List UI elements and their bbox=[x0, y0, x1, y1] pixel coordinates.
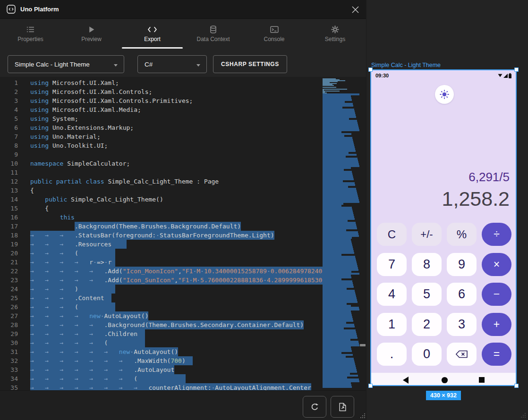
nav-recents-icon[interactable] bbox=[476, 373, 488, 385]
code-line: 11 bbox=[0, 168, 323, 177]
calc-result: 1,258.2 bbox=[442, 187, 510, 210]
calc-button-1[interactable]: 1 bbox=[377, 313, 407, 336]
nav-home-icon[interactable] bbox=[438, 373, 451, 385]
calc-button-7[interactable]: 7 bbox=[377, 253, 407, 276]
calc-button-9[interactable]: 9 bbox=[447, 253, 477, 276]
line-number: 30 bbox=[0, 338, 18, 347]
selection-handle[interactable] bbox=[514, 384, 519, 388]
line-number: 12 bbox=[0, 177, 18, 186]
uno-platform-window: Uno Platform PropertiesPreviewExportData… bbox=[0, 0, 366, 420]
title-bar: Uno Platform bbox=[0, 0, 366, 19]
phone-status-bar: 09:30 bbox=[371, 70, 516, 81]
project-select[interactable]: Simple Calc - Light Theme bbox=[8, 55, 124, 73]
preview-icon bbox=[87, 25, 95, 34]
line-number: 32 bbox=[0, 356, 18, 365]
line-number: 7 bbox=[0, 132, 18, 141]
code-line: 26→ → → ( bbox=[0, 302, 323, 311]
refresh-button[interactable] bbox=[303, 396, 326, 418]
code-line: 5using System; bbox=[0, 114, 323, 123]
tab-settings[interactable]: Settings bbox=[305, 19, 366, 49]
console-icon bbox=[270, 25, 279, 34]
code-line: 28→ → → → → .Background(Theme.Brushes.Se… bbox=[0, 320, 323, 329]
settings-icon bbox=[331, 25, 339, 34]
calc-button-backspace[interactable] bbox=[447, 343, 477, 366]
tab-properties[interactable]: Properties bbox=[0, 19, 61, 49]
line-number: 16 bbox=[0, 213, 18, 222]
selection-handle[interactable] bbox=[368, 67, 373, 72]
signal-icon bbox=[503, 74, 508, 78]
calc-button-.[interactable]: . bbox=[377, 343, 407, 366]
line-number: 14 bbox=[0, 195, 18, 204]
calc-button-+/-[interactable]: +/- bbox=[412, 223, 442, 246]
app-root: Uno Platform PropertiesPreviewExportData… bbox=[0, 0, 528, 420]
selection-handle[interactable] bbox=[514, 67, 519, 72]
csharp-settings-button[interactable]: CSHARP SETTINGS bbox=[213, 55, 287, 73]
tab-export[interactable]: Export bbox=[122, 19, 183, 49]
code-line: 24→ → → ) bbox=[0, 285, 323, 294]
calc-button-2[interactable]: 2 bbox=[412, 313, 442, 336]
calc-button-0[interactable]: 0 bbox=[412, 343, 442, 366]
resize-grip-icon[interactable] bbox=[520, 412, 527, 419]
code-line: 2using Microsoft.UI.Xaml.Controls; bbox=[0, 87, 323, 96]
line-number: 29 bbox=[0, 329, 18, 338]
calc-button-%[interactable]: % bbox=[447, 223, 477, 246]
editor-scrollbar[interactable] bbox=[359, 77, 366, 390]
calc-button-+[interactable]: + bbox=[482, 313, 511, 336]
minimap[interactable] bbox=[323, 77, 359, 390]
line-number: 27 bbox=[0, 311, 18, 320]
nav-back-icon[interactable] bbox=[400, 373, 412, 385]
calc-button-4[interactable]: 4 bbox=[377, 283, 407, 306]
line-number: 22 bbox=[0, 267, 18, 276]
line-number: 35 bbox=[0, 383, 18, 390]
export-file-button[interactable] bbox=[331, 396, 354, 418]
calc-button-=[interactable]: = bbox=[482, 343, 511, 366]
tab-preview[interactable]: Preview bbox=[61, 19, 122, 49]
code-line: 13{ bbox=[0, 186, 323, 195]
selection-handle[interactable] bbox=[368, 384, 373, 388]
line-number: 10 bbox=[0, 159, 18, 168]
sun-icon bbox=[439, 89, 450, 100]
code-lines[interactable]: 1using Microsoft.UI.Xaml;2using Microsof… bbox=[0, 77, 323, 390]
code-line: 29→ → → → → .Children bbox=[0, 329, 323, 338]
calc-expression: 6,291/5 bbox=[442, 170, 510, 185]
close-icon[interactable] bbox=[351, 6, 359, 14]
backspace-icon bbox=[455, 350, 468, 358]
canvas-label[interactable]: Simple Calc - Light Theme bbox=[371, 62, 441, 68]
calc-button-C[interactable]: C bbox=[377, 223, 407, 246]
project-select-value: Simple Calc - Light Theme bbox=[15, 61, 90, 68]
calc-button-5[interactable]: 5 bbox=[412, 283, 442, 306]
status-time: 09:30 bbox=[375, 73, 389, 78]
line-number: 23 bbox=[0, 276, 18, 285]
line-number: 1 bbox=[0, 78, 18, 87]
line-number: 33 bbox=[0, 365, 18, 374]
editor-footer bbox=[0, 390, 366, 420]
language-select[interactable]: C# bbox=[137, 55, 207, 73]
line-number: 13 bbox=[0, 186, 18, 195]
line-number: 4 bbox=[0, 105, 18, 114]
calc-button-6[interactable]: 6 bbox=[447, 283, 477, 306]
code-line: 32→ → → → → → → .MaxWidth(700) bbox=[0, 356, 323, 365]
calc-button-8[interactable]: 8 bbox=[412, 253, 442, 276]
calc-button-÷[interactable]: ÷ bbox=[482, 223, 511, 246]
code-line: 27→ → → → new·AutoLayout() bbox=[0, 311, 323, 320]
code-line: 35→ → → → → → → → counterAlignment:·Auto… bbox=[0, 383, 323, 390]
toolbar: Simple Calc - Light Theme C# CSHARP SETT… bbox=[0, 49, 366, 77]
resize-grip-icon[interactable] bbox=[359, 412, 366, 419]
theme-toggle-button[interactable] bbox=[435, 85, 454, 104]
tab-label: Export bbox=[144, 36, 161, 42]
code-line: 6using Uno.Extensions.Markup; bbox=[0, 123, 323, 132]
data-context-icon bbox=[209, 25, 217, 34]
calc-button-×[interactable]: × bbox=[482, 253, 511, 276]
properties-icon bbox=[26, 25, 34, 34]
calc-button-3[interactable]: 3 bbox=[447, 313, 477, 336]
tab-console[interactable]: Console bbox=[244, 19, 305, 49]
line-number: 18 bbox=[0, 231, 18, 240]
line-number: 28 bbox=[0, 320, 18, 329]
tab-data-context[interactable]: Data Context bbox=[183, 19, 244, 49]
line-number: 24 bbox=[0, 285, 18, 294]
line-number: 17 bbox=[0, 222, 18, 231]
phone-canvas[interactable]: 09:30 bbox=[370, 69, 517, 386]
calc-button-−[interactable]: − bbox=[482, 283, 511, 306]
code-line: 30→ → → → → ( bbox=[0, 338, 323, 347]
scrollbar-thumb[interactable] bbox=[360, 344, 366, 346]
